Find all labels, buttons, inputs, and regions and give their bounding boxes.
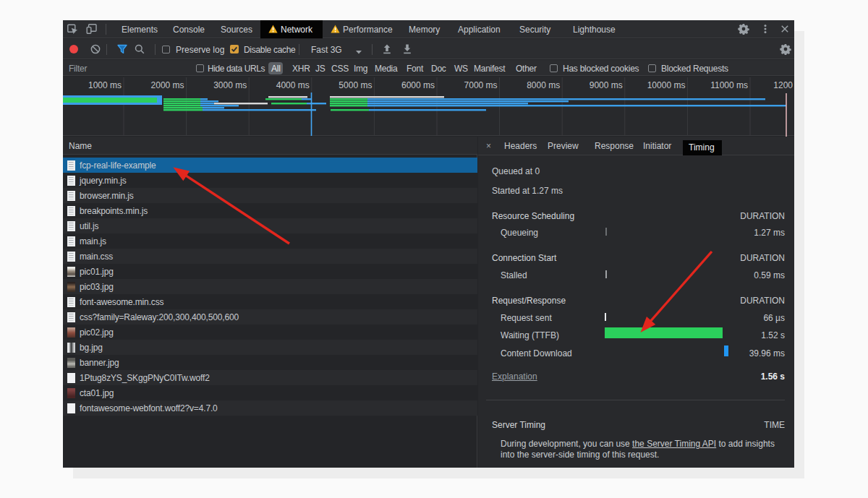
svg-text:2000 ms: 2000 ms (151, 80, 184, 90)
svg-text:1000 ms: 1000 ms (88, 80, 122, 90)
svg-text:4000 ms: 4000 ms (276, 80, 310, 90)
svg-text:5000 ms: 5000 ms (339, 80, 372, 90)
svg-text:10000 ms: 10000 ms (647, 80, 686, 90)
svg-text:3000 ms: 3000 ms (213, 80, 247, 90)
svg-text:7000 ms: 7000 ms (464, 80, 498, 90)
svg-text:6000 ms: 6000 ms (401, 80, 435, 90)
svg-text:9000 ms: 9000 ms (590, 80, 623, 90)
svg-text:8000 ms: 8000 ms (527, 80, 560, 90)
svg-text:11000 ms: 11000 ms (710, 80, 748, 90)
svg-text:1200: 1200 (773, 80, 793, 90)
